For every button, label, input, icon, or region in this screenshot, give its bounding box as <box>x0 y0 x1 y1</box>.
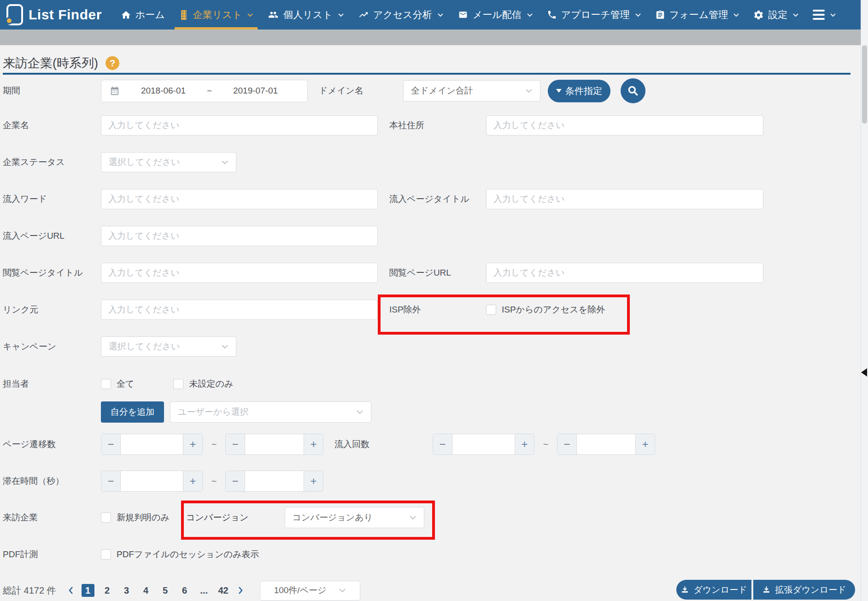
link-source-input[interactable] <box>101 300 378 320</box>
pdf-session-checkbox[interactable] <box>101 549 111 560</box>
search-button[interactable] <box>621 78 645 103</box>
stepper-input[interactable] <box>245 434 304 454</box>
filter-row-inflow-url: 流入ページURL <box>3 218 861 254</box>
company-name-input[interactable] <box>101 115 378 136</box>
filter-row-link-source: リンク元 ISP除外 ISPからのアクセスを除外 <box>3 291 861 328</box>
chevron-down-icon <box>437 13 444 17</box>
plus-button[interactable]: + <box>183 471 202 491</box>
next-page-button[interactable] <box>238 586 243 595</box>
inflow-page-title-input[interactable] <box>486 189 763 209</box>
minus-button[interactable]: − <box>101 434 121 454</box>
vertical-scrollbar[interactable] <box>861 0 868 601</box>
inflow-word-label: 流入ワード <box>3 193 101 205</box>
minus-button[interactable]: − <box>101 471 121 491</box>
view-page-title-input[interactable] <box>101 263 378 283</box>
nav-item-form-management[interactable]: フォーム管理 <box>648 0 746 29</box>
nav-item-approach-management[interactable]: アプローチ管理 <box>540 0 648 29</box>
page-ellipsis: ... <box>198 584 211 597</box>
chart-icon <box>358 10 369 20</box>
filter-row-staff: 担当者 全て 未設定のみ 自分を追加 ユーザーから選択 <box>3 378 861 423</box>
minus-button[interactable]: − <box>433 434 452 454</box>
chevron-down-icon <box>409 515 416 520</box>
help-icon[interactable]: ? <box>106 56 119 70</box>
chevron-down-icon <box>338 13 344 17</box>
view-page-url-input[interactable] <box>486 263 763 283</box>
add-self-button[interactable]: 自分を追加 <box>101 401 164 423</box>
download-button[interactable]: ダウンロード <box>676 580 751 600</box>
domain-select-value: 全ドメイン合計 <box>411 85 473 97</box>
visit-company-label: 来訪企業 <box>3 512 101 524</box>
gear-icon <box>753 10 764 20</box>
page-button-2[interactable]: 2 <box>101 584 114 597</box>
nav-item-label: ホーム <box>135 8 165 21</box>
extended-download-button[interactable]: 拡張ダウンロード <box>753 580 855 600</box>
date-from-value[interactable]: 2018-06-01 <box>120 86 207 96</box>
page-button-6[interactable]: 6 <box>178 584 191 597</box>
download-icon <box>762 585 771 594</box>
domain-select[interactable]: 全ドメイン合計 <box>403 80 540 101</box>
page-header: 来訪企業(時系列) ? <box>3 56 850 75</box>
scrollbar-thumb[interactable] <box>862 45 867 124</box>
filter-row-pdf: PDF計測 PDFファイルのセッションのみ表示 <box>3 548 861 560</box>
isp-exclude-checkbox[interactable] <box>486 305 496 315</box>
page-button-1[interactable]: 1 <box>82 584 94 597</box>
company-status-placeholder: 選択してください <box>109 156 180 168</box>
nav-item-company-list[interactable]: 企業リスト <box>172 0 260 29</box>
people-icon <box>267 10 279 20</box>
stepper-input[interactable] <box>577 434 635 454</box>
prev-page-button[interactable] <box>68 586 74 595</box>
filter-row-period: 期間 2018-06-01 ~ 2019-07-01 ドメイン名 全ドメイン合計… <box>3 75 861 107</box>
stepper-input[interactable] <box>452 434 515 454</box>
condition-button[interactable]: 条件指定 <box>548 80 610 102</box>
filter-row-visit-company: 来訪企業 新規判明のみ コンバージョン コンバージョンあり <box>3 507 861 528</box>
pagination-bar: 総計 4172 件 1 2 3 4 5 6 ... 42 100件/ページ <box>3 580 858 601</box>
nav-item-label: 企業リスト <box>193 8 242 21</box>
new-only-checkbox[interactable] <box>101 513 111 523</box>
plus-button[interactable]: + <box>304 434 323 454</box>
date-to-value[interactable]: 2019-07-01 <box>212 86 299 96</box>
staff-unset-label: 未設定のみ <box>189 378 233 390</box>
inflow-page-url-input[interactable] <box>101 226 378 246</box>
brand-logo[interactable]: List Finder <box>6 4 102 25</box>
page-button-42[interactable]: 42 <box>217 584 230 597</box>
pdf-session-label: PDFファイルのセッションのみ表示 <box>117 548 259 560</box>
nav-item-more-menu[interactable] <box>806 0 843 29</box>
minus-button[interactable]: − <box>557 434 577 454</box>
plus-button[interactable]: + <box>183 434 202 454</box>
conversion-select-value: コンバージョンあり <box>293 512 373 524</box>
campaign-select[interactable]: 選択してください <box>101 336 236 357</box>
stepper-input[interactable] <box>245 471 304 491</box>
company-status-select[interactable]: 選択してください <box>101 152 236 172</box>
page-button-4[interactable]: 4 <box>140 584 152 597</box>
nav-item-access-analysis[interactable]: アクセス分析 <box>351 0 451 29</box>
filter-row-stay-time: 滞在時間（秒） − + ~ − + <box>3 471 861 492</box>
stepper-input[interactable] <box>121 434 183 454</box>
staff-all-checkbox[interactable] <box>101 379 111 389</box>
minus-button[interactable]: − <box>226 434 245 454</box>
page-button-3[interactable]: 3 <box>120 584 133 597</box>
plus-button[interactable]: + <box>635 434 655 454</box>
minus-button[interactable]: − <box>226 471 245 491</box>
total-count-label: 総計 4172 件 <box>3 584 56 597</box>
per-page-select[interactable]: 100件/ページ <box>260 581 360 601</box>
user-select[interactable]: ユーザーから選択 <box>170 401 371 423</box>
nav-item-person-list[interactable]: 個人リスト <box>260 0 351 29</box>
campaign-placeholder: 選択してください <box>109 341 180 353</box>
campaign-label: キャンペーン <box>3 341 101 353</box>
plus-button[interactable]: + <box>304 471 323 491</box>
hamburger-icon <box>813 10 825 20</box>
conversion-select[interactable]: コンバージョンあり <box>285 507 424 528</box>
nav-item-home[interactable]: ホーム <box>114 0 172 29</box>
mail-icon <box>457 10 469 19</box>
filter-row-page-transitions: ページ遷移数 − + ~ − + 流入回数 − + ~ − + <box>3 434 861 455</box>
date-range-input[interactable]: 2018-06-01 ~ 2019-07-01 <box>101 80 308 102</box>
range-tilde: ~ <box>534 439 557 450</box>
nav-item-settings[interactable]: 設定 <box>746 0 806 29</box>
inflow-word-input[interactable] <box>101 189 378 209</box>
nav-item-mail-delivery[interactable]: メール配信 <box>451 0 540 29</box>
page-button-5[interactable]: 5 <box>159 584 172 597</box>
hq-address-input[interactable] <box>486 115 763 136</box>
staff-unset-checkbox[interactable] <box>173 379 183 389</box>
plus-button[interactable]: + <box>515 434 534 454</box>
stepper-input[interactable] <box>121 471 183 491</box>
